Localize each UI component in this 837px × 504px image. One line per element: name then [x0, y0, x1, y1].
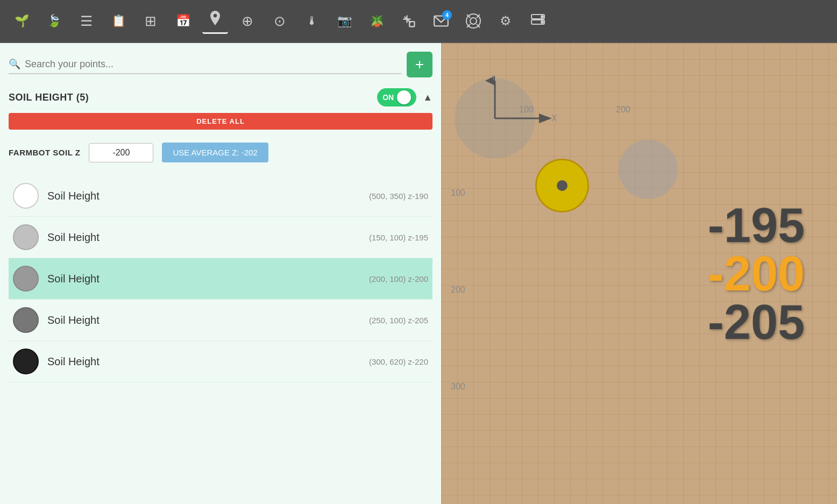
- soil-coords-2: (200, 100) z-200: [369, 274, 428, 283]
- farmbot-soil-z-label: FARMBOT SOIL Z: [9, 148, 80, 157]
- spray-icon[interactable]: [396, 8, 422, 34]
- soil-list-item[interactable]: Soil Height (500, 350) z-190: [9, 175, 432, 217]
- z-val-200: -200: [708, 250, 805, 298]
- soil-name-3: Soil Height: [47, 314, 360, 326]
- delete-all-button[interactable]: DELETE ALL: [9, 113, 432, 130]
- target-icon[interactable]: ⊙: [267, 8, 293, 34]
- section-controls: ON ▲: [377, 88, 432, 107]
- toggle-knob: [397, 90, 411, 104]
- crosshair-icon[interactable]: ⊕: [235, 8, 260, 34]
- calendar-alt-icon[interactable]: 📋: [105, 8, 131, 34]
- search-icon: 🔍: [9, 58, 20, 70]
- farmbot-soil-z-input[interactable]: [89, 143, 153, 162]
- settings-icon[interactable]: ⚙: [493, 8, 519, 34]
- grid-label-300: 300: [451, 382, 465, 392]
- section-header: SOIL HEIGHT (5) ON ▲: [9, 88, 432, 107]
- section-title: SOIL HEIGHT (5): [9, 92, 89, 103]
- storage-icon[interactable]: [525, 8, 551, 34]
- soil-dot-0: [13, 183, 39, 209]
- map-panel: X Y 100 200 300 100 200 -195 -200 -205: [441, 43, 837, 504]
- svg-point-3: [470, 18, 477, 24]
- soil-list-item[interactable]: Soil Height (150, 100) z-195: [9, 217, 432, 258]
- soil-list-item[interactable]: Soil Height (250, 100) z-205: [9, 300, 432, 341]
- top-toolbar: 🌱 🍃 ☰ 📋 ⊞ 📅 ⊕ ⊙ 🌡 📷 🪴 4 ⚙: [0, 0, 837, 43]
- toggle-label: ON: [382, 93, 394, 102]
- grid-label-x-100: 100: [519, 105, 534, 115]
- soil-height-list: Soil Height (500, 350) z-190 Soil Height…: [9, 175, 432, 382]
- svg-point-11: [541, 21, 543, 23]
- grid-label-100: 100: [451, 188, 465, 198]
- z-val-195: -195: [708, 201, 805, 250]
- collapse-button[interactable]: ▲: [423, 92, 432, 103]
- plant-icon[interactable]: 🌱: [9, 8, 34, 34]
- map-point-selected[interactable]: [535, 159, 589, 212]
- leaf-icon[interactable]: 🍃: [41, 8, 67, 34]
- z-value-display: -195 -200 -205: [708, 201, 805, 346]
- grid-icon[interactable]: ⊞: [138, 8, 164, 34]
- svg-text:Y: Y: [491, 75, 496, 81]
- calendar-icon[interactable]: 📅: [170, 8, 196, 34]
- svg-point-10: [541, 16, 543, 18]
- list-icon[interactable]: ☰: [73, 8, 99, 34]
- mail-badge: 4: [442, 10, 452, 20]
- main-content: 🔍 + SOIL HEIGHT (5) ON ▲ DELETE ALL FARM…: [0, 43, 837, 504]
- temp-icon[interactable]: 🌡: [299, 8, 325, 34]
- soil-name-4: Soil Height: [47, 356, 360, 368]
- grid-label-x-200: 200: [616, 105, 630, 115]
- soil-coords-0: (500, 350) z-190: [369, 191, 428, 201]
- help-icon[interactable]: [460, 8, 486, 34]
- map-point-gray[interactable]: [619, 140, 678, 199]
- add-point-button[interactable]: +: [407, 52, 432, 77]
- soil-coords-4: (300, 620) z-220: [369, 357, 428, 366]
- soil-dot-2: [13, 266, 39, 292]
- soil-dot-4: [13, 349, 39, 374]
- left-panel: 🔍 + SOIL HEIGHT (5) ON ▲ DELETE ALL FARM…: [0, 43, 441, 504]
- soil-list-item[interactable]: Soil Height (300, 620) z-220: [9, 341, 432, 382]
- farmbot-soil-z-row: FARMBOT SOIL Z USE AVERAGE Z: -202: [9, 143, 432, 162]
- camera-icon[interactable]: 📷: [331, 8, 357, 34]
- soil-name-2: Soil Height: [47, 273, 360, 285]
- soil-name-1: Soil Height: [47, 231, 360, 244]
- grid-label-200: 200: [451, 285, 465, 295]
- soil-name-0: Soil Height: [47, 190, 360, 202]
- svg-text:X: X: [551, 113, 557, 123]
- toggle-switch[interactable]: ON: [377, 88, 416, 107]
- soil-list-item[interactable]: Soil Height (200, 100) z-200: [9, 258, 432, 300]
- soil-dot-1: [13, 224, 39, 250]
- search-bar: 🔍 +: [9, 52, 432, 77]
- soil-coords-3: (250, 100) z-205: [369, 316, 428, 325]
- soil-coords-1: (150, 100) z-195: [369, 233, 428, 242]
- pin-icon[interactable]: [202, 8, 228, 34]
- plant2-icon[interactable]: 🪴: [364, 8, 389, 34]
- search-input-wrap: 🔍: [9, 55, 401, 74]
- mail-icon[interactable]: 4: [428, 8, 454, 34]
- search-input[interactable]: [25, 59, 401, 70]
- soil-dot-3: [13, 307, 39, 333]
- z-val-205: -205: [708, 298, 805, 346]
- use-average-z-button[interactable]: USE AVERAGE Z: -202: [162, 143, 268, 162]
